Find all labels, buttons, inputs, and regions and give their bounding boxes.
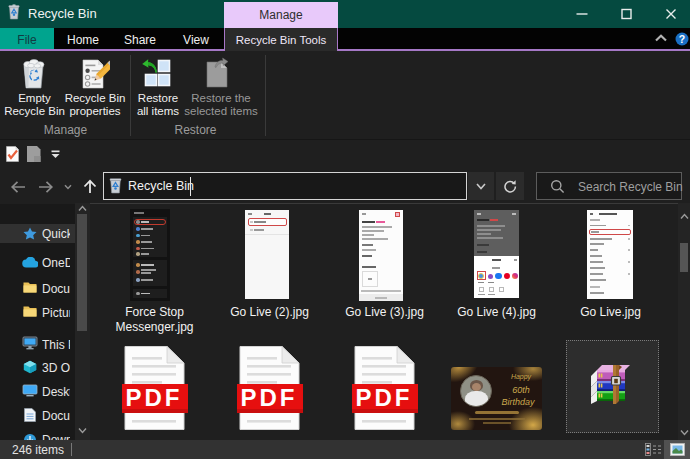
- svg-text:PDF: PDF: [241, 384, 298, 411]
- svg-text:PDF: PDF: [126, 384, 183, 411]
- svg-text:?: ?: [679, 33, 685, 45]
- svg-text:PDF: PDF: [356, 384, 413, 411]
